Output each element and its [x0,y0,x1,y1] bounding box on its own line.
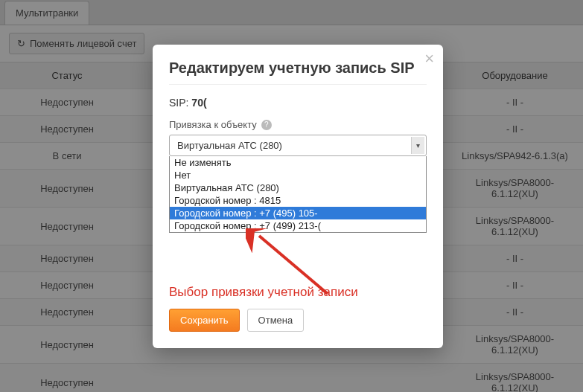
help-icon[interactable]: ? [261,120,272,130]
modal-title: Редактируем учетную запись SIP [169,60,427,85]
annotation-text: Выбор привязки учетной записи [169,285,427,300]
bind-select[interactable]: Виртуальная АТС (280) ▾ [169,135,427,156]
save-button[interactable]: Сохранить [169,309,240,332]
select-option[interactable]: Нет [170,169,426,181]
select-option[interactable]: Виртуальная АТС (280) [170,181,426,194]
chevron-down-icon: ▾ [411,137,424,154]
edit-sip-modal: × Редактируем учетную запись SIP SIP: 70… [153,45,443,348]
sip-line: SIP: 70( [169,97,427,109]
cancel-button[interactable]: Отмена [247,309,305,332]
select-option[interactable]: Городской номер : 4815 [170,194,426,207]
bind-select-dropdown: Не изменятьНетВиртуальная АТС (280)Город… [169,156,427,233]
sip-value: 70( [191,97,206,109]
close-icon[interactable]: × [424,51,434,67]
select-option[interactable]: Городской номер : +7 (495) 105- [170,207,426,219]
select-option[interactable]: Не изменять [170,156,426,169]
select-option[interactable]: Городской номер : +7 (499) 213-( [170,219,426,232]
bind-label: Привязка к объекту [169,119,257,130]
